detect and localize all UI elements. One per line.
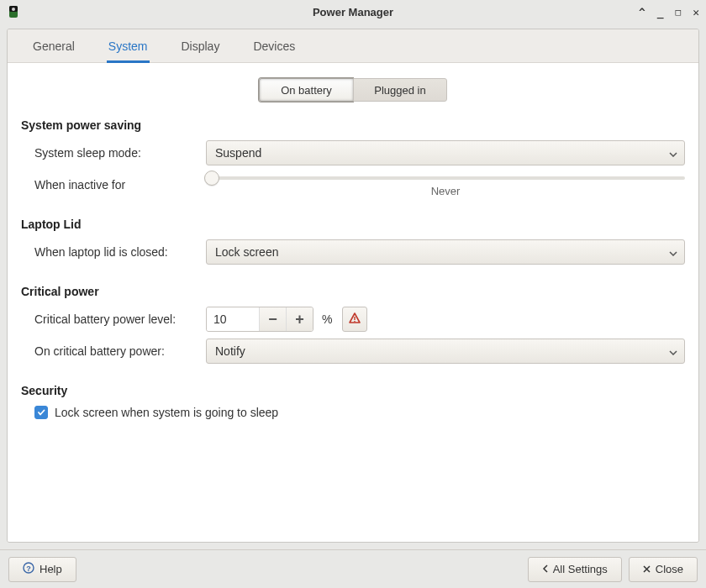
critical-level-spinner: − +	[206, 307, 313, 332]
critical-warning-button[interactable]	[342, 307, 367, 332]
laptop-lid-closed-label: When laptop lid is closed:	[21, 245, 206, 259]
container: General System Display Devices On batter…	[7, 29, 699, 543]
on-critical-battery-value: Notify	[215, 344, 245, 358]
tab-general[interactable]: General	[16, 29, 92, 62]
system-sleep-mode-label: System sleep mode:	[21, 146, 206, 160]
close-icon	[643, 563, 651, 575]
window: Power Manager ^ _ □ ✕ General System Dis…	[0, 0, 706, 588]
system-sleep-mode-select[interactable]: Suspend	[206, 140, 685, 165]
section-system-power-saving: System power saving	[21, 118, 685, 132]
chevron-down-icon	[669, 245, 677, 259]
inactive-slider[interactable]	[206, 176, 685, 180]
critical-battery-level-label: Critical battery power level:	[21, 312, 206, 326]
laptop-lid-closed-select[interactable]: Lock screen	[206, 239, 685, 265]
tab-system[interactable]: System	[92, 29, 165, 62]
content: On battery Plugged in System power savin…	[8, 63, 698, 542]
lock-on-sleep-label: Lock screen when system is going to slee…	[55, 406, 278, 419]
close-button[interactable]: Close	[629, 557, 698, 582]
system-sleep-mode-value: Suspend	[215, 146, 261, 160]
section-critical-power: Critical power	[21, 285, 685, 298]
help-button-label: Help	[40, 563, 62, 575]
lock-on-sleep-checkbox[interactable]	[34, 406, 48, 419]
titlebar: Power Manager ^ _ □ ✕	[0, 0, 706, 24]
close-button-label: Close	[656, 563, 683, 575]
critical-level-decrease-button[interactable]: −	[259, 307, 286, 331]
svg-rect-3	[355, 317, 356, 320]
help-button[interactable]: ? Help	[8, 557, 76, 582]
tab-devices[interactable]: Devices	[236, 29, 312, 62]
when-inactive-for-label: When inactive for	[21, 178, 206, 192]
chevron-down-icon	[669, 344, 677, 358]
window-close-icon[interactable]: ✕	[693, 6, 699, 18]
tabbar: General System Display Devices	[8, 29, 698, 63]
critical-level-input[interactable]	[207, 307, 259, 331]
window-minimize-icon[interactable]: _	[657, 6, 664, 18]
on-critical-battery-label: On critical battery power:	[21, 344, 206, 358]
chevron-left-icon	[542, 563, 548, 575]
window-collapse-icon[interactable]: ^	[639, 6, 645, 18]
tab-display[interactable]: Display	[165, 29, 237, 62]
critical-level-increase-button[interactable]: +	[286, 307, 313, 331]
all-settings-button[interactable]: All Settings	[528, 557, 622, 582]
section-security: Security	[21, 384, 685, 397]
window-maximize-icon[interactable]: □	[676, 7, 682, 18]
all-settings-button-label: All Settings	[553, 563, 608, 575]
svg-rect-4	[355, 321, 356, 322]
power-mode-toggle: On battery Plugged in	[259, 78, 447, 102]
inactive-slider-thumb[interactable]	[204, 171, 219, 186]
laptop-lid-closed-value: Lock screen	[215, 245, 278, 259]
on-critical-battery-select[interactable]: Notify	[206, 339, 685, 364]
help-icon: ?	[23, 562, 34, 576]
footer: ? Help All Settings Close	[0, 549, 706, 588]
window-title: Power Manager	[0, 6, 706, 18]
percent-label: %	[322, 312, 332, 326]
warning-icon	[348, 312, 361, 328]
chevron-down-icon	[669, 146, 677, 160]
mode-plugged-in-button[interactable]: Plugged in	[353, 78, 447, 102]
svg-text:?: ?	[26, 564, 31, 573]
section-laptop-lid: Laptop Lid	[21, 218, 685, 231]
mode-on-battery-button[interactable]: On battery	[259, 78, 353, 102]
inactive-slider-value: Never	[206, 185, 685, 197]
